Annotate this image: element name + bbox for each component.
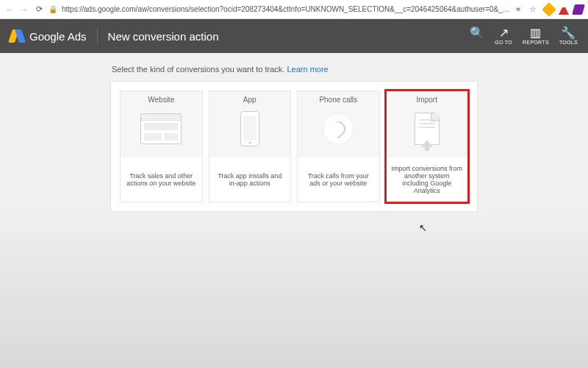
goto-label: GO TO [495,40,512,45]
card-import[interactable]: Import Import conversions from another s… [386,91,469,202]
card-website[interactable]: Website Track sales and other actions on… [120,91,203,202]
lock-icon: 🔒 [49,5,57,13]
card-app[interactable]: App Track app installs and in-app action… [209,91,292,202]
card-desc: Import conversions from another system i… [387,158,468,202]
reload-icon[interactable]: ⟳ [34,4,44,14]
prompt-text: Select the kind of conversions you want … [112,65,476,74]
learn-more-link[interactable]: Learn more [287,65,328,74]
card-desc: Track app installs and in-app actions [209,158,291,202]
extension-icon[interactable] [542,2,556,17]
address-bar[interactable]: https://ads.google.com/aw/conversions/se… [62,5,510,13]
search-icon: 🔍 [470,27,484,39]
reports-icon: ▥ [530,27,541,39]
search-omni-icon[interactable]: ✶ [514,4,525,15]
tools-button[interactable]: 🔧 TOOLS [559,27,578,45]
brand[interactable]: Google Ads [10,29,87,43]
extension-icon[interactable] [559,4,569,15]
reports-button[interactable]: ▥ REPORTS [523,27,549,45]
card-desc: Track sales and other actions on your we… [121,158,202,202]
card-title: Import [417,96,437,104]
search-button[interactable]: 🔍 [470,27,484,40]
bookmark-icon[interactable]: ☆ [529,4,539,15]
import-illustration-icon [405,110,449,148]
prompt-label: Select the kind of conversions you want … [112,65,284,74]
brand-text: Google Ads [29,30,87,43]
cursor-icon: ↖ [419,222,427,233]
divider [97,27,98,45]
card-desc: Track calls from your ads or your websit… [298,158,379,202]
card-title: Website [148,96,174,104]
goto-icon: ↗ [499,27,509,39]
goto-button[interactable]: ↗ GO TO [495,27,512,45]
google-ads-logo-icon [10,29,24,43]
extension-area: ✶ ☆ [514,4,584,15]
website-illustration-icon [139,110,183,148]
reports-label: REPORTS [523,40,549,45]
card-title: Phone calls [319,96,357,104]
content-area: Select the kind of conversions you want … [0,53,588,212]
browser-chrome: ← → ⟳ 🔒 https://ads.google.com/aw/conver… [0,0,588,19]
app-illustration-icon [228,110,272,148]
tools-icon: 🔧 [561,27,576,39]
header-tools: 🔍 ↗ GO TO ▥ REPORTS 🔧 TOOLS [470,27,578,45]
back-icon[interactable]: ← [4,5,15,14]
conversion-type-panel: Website Track sales and other actions on… [110,81,478,212]
app-header: Google Ads New conversion action 🔍 ↗ GO … [0,19,588,53]
extension-icon[interactable] [572,4,585,15]
phone-illustration-icon [316,110,360,148]
tools-label: TOOLS [559,40,578,45]
forward-icon: → [19,5,29,14]
card-phone-calls[interactable]: Phone calls Track calls from your ads or… [297,91,380,202]
page-title: New conversion action [108,30,219,43]
card-title: App [243,96,257,104]
